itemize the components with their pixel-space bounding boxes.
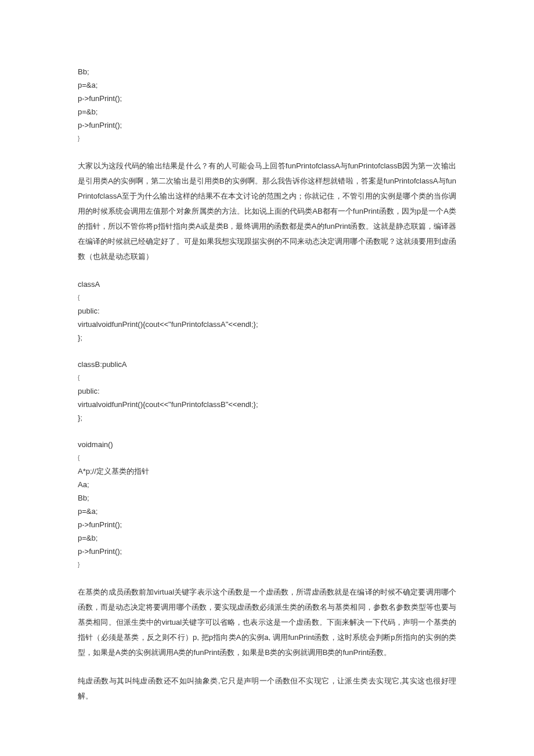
code-line: virtualvoidfunPrint(){cout<<"funPrintofc…	[78, 398, 456, 411]
code-line: }	[78, 558, 456, 571]
paragraph-text: 在基类的成员函数前加virtual关键字表示这个函数是一个虚函数，所谓虚函数就是…	[78, 585, 456, 660]
code-line: public:	[78, 384, 456, 398]
code-line: classB:publicA	[78, 358, 456, 371]
blank-line	[78, 344, 456, 358]
code-line: p=&a;	[78, 78, 456, 92]
code-line: p=&b;	[78, 105, 456, 118]
code-line: }	[78, 132, 456, 145]
document-page: Bb;p=&a;p->funPrint();p=&b;p->funPrint()…	[0, 0, 534, 739]
code-line: p=&b;	[78, 531, 456, 545]
code-line: p->funPrint();	[78, 118, 456, 132]
code-line: classA	[78, 278, 456, 291]
blank-line	[78, 264, 456, 278]
code-line: voidmain()	[78, 438, 456, 451]
code-line: A*p;//定义基类的指针	[78, 465, 456, 478]
code-line: p=&a;	[78, 505, 456, 518]
paragraph-text: 纯虚函数与其叫纯虚函数还不如叫抽象类,它只是声明一个函数但不实现它，让派生类去实…	[78, 674, 456, 704]
blank-line	[78, 424, 456, 438]
code-line: {	[78, 371, 456, 384]
code-line: };	[78, 331, 456, 344]
code-line: p->funPrint();	[78, 92, 456, 105]
blank-line	[78, 660, 456, 674]
code-line: p->funPrint();	[78, 518, 456, 531]
blank-line	[78, 571, 456, 585]
code-line: Bb;	[78, 491, 456, 505]
code-line: };	[78, 411, 456, 424]
code-line: {	[78, 291, 456, 304]
code-line: p->funPrint();	[78, 545, 456, 558]
code-line: {	[78, 451, 456, 465]
code-line: Bb;	[78, 65, 456, 78]
blank-line	[78, 145, 456, 159]
paragraph-text: 大家以为这段代码的输出结果是什么？有的人可能会马上回答funPrintofcla…	[78, 159, 456, 264]
code-line: virtualvoidfunPrint(){cout<<"funPrintofc…	[78, 318, 456, 331]
code-line: public:	[78, 304, 456, 318]
code-line: Aa;	[78, 478, 456, 491]
